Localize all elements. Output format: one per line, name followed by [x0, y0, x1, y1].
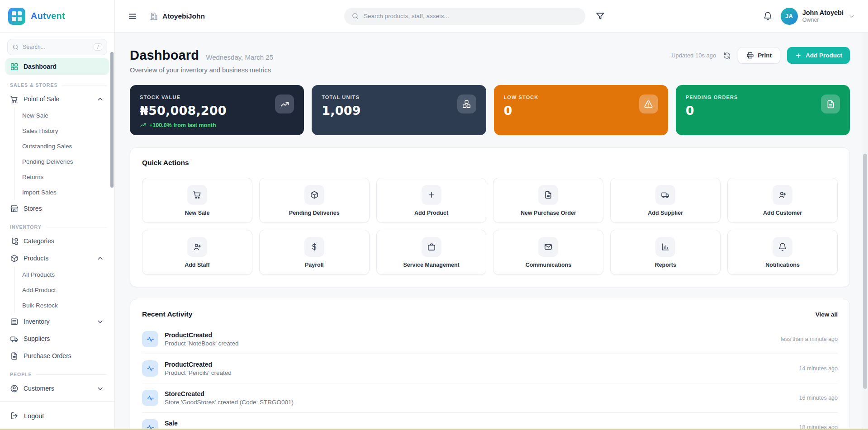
sidebar-item-add-product[interactable]: Add Product [22, 282, 109, 298]
quick-action-reports[interactable]: Reports [610, 230, 721, 275]
stat-iconbox [639, 95, 658, 113]
building-icon [149, 12, 158, 21]
sidebar-item-suppliers[interactable]: Suppliers [5, 330, 109, 347]
sidebar-search[interactable]: / [7, 39, 107, 55]
dashboard-content: Dashboard Wednesday, March 25 Updated 10… [115, 33, 868, 430]
activity-list: ProductCreated Product 'NoteBook' create… [142, 325, 838, 430]
company-selector[interactable]: AtoyebiJohn [149, 12, 205, 21]
sidebar-item-stores[interactable]: Stores [5, 200, 109, 217]
boxes-icon [462, 99, 471, 109]
activity-title: Sale [165, 420, 320, 427]
bar-chart-icon [661, 242, 670, 251]
mail-icon [544, 242, 553, 251]
stat-label: LOW STOCK [504, 95, 658, 100]
brand-name: Autvent [31, 11, 65, 21]
avatar: JA [781, 8, 798, 25]
sidebar-item-pending-deliveries[interactable]: Pending Deliveries [22, 154, 109, 169]
page-title: Dashboard [130, 48, 199, 63]
quick-action-add-product[interactable]: Add Product [376, 178, 487, 223]
sidebar-item-customers[interactable]: Customers [5, 380, 109, 397]
autvent-logo-icon [8, 8, 25, 25]
stat-value: 0 [504, 104, 658, 118]
quick-action-add-supplier[interactable]: Add Supplier [610, 178, 721, 223]
alert-triangle-icon [644, 99, 653, 109]
user-plus-icon [778, 190, 787, 199]
brand-logo[interactable]: Autvent [0, 0, 114, 33]
quick-action-communications[interactable]: Communications [493, 230, 603, 275]
add-product-button[interactable]: Add Product [787, 47, 850, 64]
sidebar-item-label: Customers [24, 385, 54, 392]
package-icon [10, 254, 19, 263]
stat-value: 0 [686, 104, 840, 118]
page-scrollbar[interactable] [862, 33, 868, 430]
notifications-bell-icon[interactable] [763, 11, 773, 21]
sidebar-item-import-sales[interactable]: Import Sales [22, 184, 109, 200]
header-actions: Updated 10s ago Print Add Product [671, 47, 850, 64]
sidebar-item-sales-history[interactable]: Sales History [22, 123, 109, 138]
cart-icon [10, 95, 19, 104]
company-name: AtoyebiJohn [162, 12, 205, 20]
sidebar-item-products[interactable]: Products [5, 250, 109, 267]
sidebar-item-dashboard[interactable]: Dashboard [5, 58, 109, 75]
recent-activity-title: Recent Activity [142, 310, 192, 318]
activity-icon [146, 394, 155, 402]
logout-button[interactable]: Logout [10, 411, 44, 420]
sidebar-item-returns[interactable]: Returns [22, 169, 109, 184]
main-area: AtoyebiJohn JA John Atoyebi Owner [115, 0, 868, 430]
sidebar-item-categories[interactable]: Categories [5, 232, 109, 250]
quick-action-notifications[interactable]: Notifications [727, 230, 838, 275]
activity-time: 14 minutes ago [799, 365, 838, 372]
quick-action-pending-deliveries[interactable]: Pending Deliveries [259, 178, 370, 223]
sidebar-item-all-products[interactable]: All Products [22, 267, 109, 282]
warehouse-icon [10, 317, 19, 326]
dashboard-grid-icon [10, 62, 19, 71]
activity-row: StoreCreated Store 'GoodStores' created … [142, 383, 838, 412]
user-info: John Atoyebi Owner [802, 9, 844, 24]
activity-icon [146, 364, 155, 373]
cart-icon [193, 190, 202, 199]
filter-icon[interactable] [595, 11, 605, 21]
activity-row: ProductCreated Product 'NoteBook' create… [142, 325, 838, 354]
user-menu[interactable]: JA John Atoyebi Owner [781, 8, 855, 25]
user-circle-icon [10, 384, 19, 393]
global-search-input[interactable] [364, 13, 578, 19]
refresh-icon[interactable] [723, 52, 731, 60]
global-search[interactable] [344, 8, 585, 25]
chevron-down-icon [96, 384, 104, 393]
activity-icon [146, 335, 155, 344]
page-scrollbar-thumb[interactable] [863, 154, 867, 389]
bell-icon [778, 242, 787, 251]
quick-action-new-purchase-order[interactable]: New Purchase Order [493, 178, 603, 223]
app-window: Autvent / Dashboard SALES & STORES Point… [0, 0, 868, 430]
sidebar-item-new-sale[interactable]: New Sale [22, 108, 109, 123]
sidebar-item-label: Inventory [24, 318, 50, 325]
sidebar-item-inventory[interactable]: Inventory [5, 313, 109, 330]
sidebar-item-bulk-restock[interactable]: Bulk Restock [22, 298, 109, 313]
quick-action-new-sale[interactable]: New Sale [142, 178, 252, 223]
sidebar-footer: Logout [0, 401, 114, 430]
sidebar-item-outstanding-sales[interactable]: Outstanding Sales [22, 138, 109, 154]
trending-up-icon [140, 122, 147, 128]
view-all-link[interactable]: View all [816, 311, 838, 318]
sidebar-item-partial[interactable] [5, 397, 109, 401]
sidebar-scrollbar-thumb[interactable] [110, 52, 114, 188]
sidebar-item-label: Dashboard [24, 63, 57, 70]
user-plus-icon [193, 242, 202, 251]
quick-actions-title: Quick Actions [142, 159, 838, 167]
activity-title: StoreCreated [165, 390, 294, 397]
quick-action-add-customer[interactable]: Add Customer [727, 178, 838, 223]
quick-action-add-staff[interactable]: Add Staff [142, 230, 252, 275]
activity-title: ProductCreated [165, 331, 239, 339]
stat-label: STOCK VALUE [140, 95, 294, 100]
logout-label: Logout [24, 412, 44, 420]
sidebar-item-label: Categories [24, 237, 54, 245]
menu-icon[interactable] [128, 11, 138, 21]
sidebar-item-purchase-orders[interactable]: Purchase Orders [5, 347, 109, 364]
activity-row: Sale Sale: 1 units of 'John Stores - IPh… [142, 412, 838, 430]
search-icon [12, 44, 19, 51]
sidebar-search-input[interactable] [23, 44, 90, 50]
quick-action-payroll[interactable]: Payroll [259, 230, 370, 275]
quick-action-service-management[interactable]: Service Management [376, 230, 487, 275]
sidebar-item-point-of-sale[interactable]: Point of Sale [5, 90, 109, 108]
print-button[interactable]: Print [738, 47, 780, 64]
